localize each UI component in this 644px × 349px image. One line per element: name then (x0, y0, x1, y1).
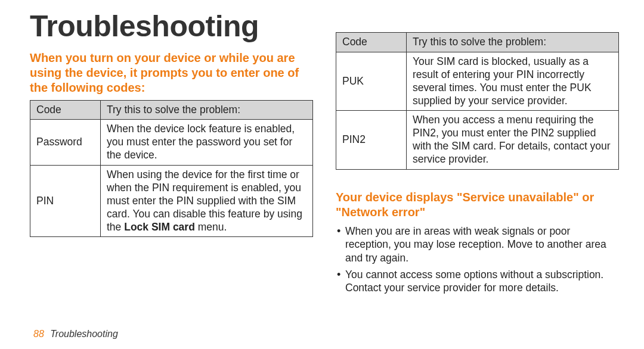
cell-code: PUK (336, 52, 407, 111)
cell-code: Password (30, 120, 101, 166)
left-column: Troubleshooting When you turn on your de… (30, 11, 313, 337)
page-number: 88 (33, 329, 44, 339)
page-title: Troubleshooting (30, 11, 313, 42)
table-header-row: Code Try this to solve the problem: (30, 100, 313, 120)
table-row: PIN When using the device for the first … (30, 166, 313, 237)
solution-suffix: menu. (195, 221, 227, 233)
bullet-list: When you are in areas with weak signals … (336, 225, 619, 298)
cell-code: PIN (30, 166, 101, 237)
page-footer: 88 Troubleshooting (33, 329, 118, 339)
codes-table-right: Code Try this to solve the problem: PUK … (336, 32, 619, 170)
th-solution: Try this to solve the problem: (101, 100, 313, 120)
table-row: PUK Your SIM card is blocked, usually as… (336, 52, 619, 111)
codes-table-left: Code Try this to solve the problem: Pass… (30, 100, 313, 238)
th-solution: Try this to solve the problem: (407, 33, 619, 52)
table-header-row: Code Try this to solve the problem: (336, 33, 619, 52)
list-item: When you are in areas with weak signals … (336, 225, 619, 264)
cell-solution: When using the device for the first time… (101, 166, 313, 237)
footer-section: Troubleshooting (50, 329, 118, 339)
cell-solution: Your SIM card is blocked, usually as a r… (407, 52, 619, 111)
right-column: Code Try this to solve the problem: PUK … (336, 11, 619, 337)
cell-solution: When you access a menu requiring the PIN… (407, 111, 619, 170)
table-row: PIN2 When you access a menu requiring th… (336, 111, 619, 170)
list-item: You cannot access some options without a… (336, 268, 619, 295)
th-code: Code (30, 100, 101, 120)
th-code: Code (336, 33, 407, 52)
cell-solution: When the device lock feature is enabled,… (101, 120, 313, 166)
two-column-layout: Troubleshooting When you turn on your de… (30, 11, 619, 337)
solution-bold: Lock SIM card (124, 221, 195, 233)
page-container: Troubleshooting When you turn on your de… (30, 11, 619, 337)
section-heading-network: Your device displays "Service unavailabl… (336, 190, 619, 220)
cell-code: PIN2 (336, 111, 407, 170)
table-row: Password When the device lock feature is… (30, 120, 313, 166)
section-heading-codes: When you turn on your device or while yo… (30, 51, 313, 95)
